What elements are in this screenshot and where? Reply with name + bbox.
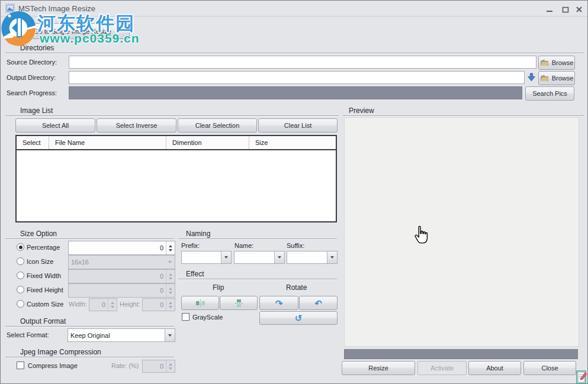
suffix-dropdown-arrow-icon[interactable] (327, 251, 337, 263)
folder-icon (540, 75, 549, 82)
prefix-dropdown[interactable] (181, 251, 232, 264)
select-all-label: Select All (42, 122, 69, 129)
fixed-height-spinner: 0 (68, 283, 175, 298)
app-icon (5, 4, 15, 13)
custom-size-radio[interactable] (17, 300, 24, 308)
directories-group-title: Directories (20, 44, 54, 52)
fixed-width-label: Fixed Width (27, 272, 61, 279)
image-list-group-title: Image List (20, 107, 53, 115)
percentage-radio[interactable] (17, 243, 24, 251)
percentage-spin-buttons[interactable] (166, 241, 175, 254)
resize-button[interactable]: Resize (342, 361, 415, 375)
percentage-spinner[interactable]: 0 (68, 241, 175, 255)
fixed-width-value: 0 (69, 270, 166, 283)
custom-width-spin-buttons (108, 299, 117, 311)
flip-vertical-icon (235, 299, 243, 308)
rotate-reset-button[interactable]: ↺ (259, 311, 338, 325)
size-option-group-line (5, 238, 174, 239)
go-to-single-label: Go to Single Image Resize (34, 28, 111, 35)
activate-label: Activate (430, 364, 454, 372)
output-directory-label: Output Directory: (7, 74, 56, 81)
column-header-select[interactable]: Select (17, 136, 49, 149)
custom-width-label: Width: (69, 301, 87, 308)
select-format-dropdown-arrow-icon[interactable] (165, 329, 175, 341)
compress-image-checkbox[interactable] (17, 362, 24, 369)
select-format-dropdown[interactable]: Keep Original (68, 328, 175, 342)
image-list-body[interactable] (17, 150, 336, 220)
image-list-header-row: Select File Name Dimention Size (17, 136, 336, 150)
grayscale-label: GrayScale (192, 314, 223, 321)
custom-size-label: Custom Size (27, 301, 63, 308)
select-inverse-button[interactable]: Select Inverse (97, 118, 176, 133)
rotate-label: Rotate (286, 283, 307, 292)
size-option-group-title: Size Option (20, 230, 57, 238)
name-label: Name: (234, 242, 253, 249)
minimize-button[interactable] (543, 5, 556, 14)
effect-group-line (178, 279, 337, 279)
rotate-reset-icon: ↺ (295, 314, 303, 322)
suffix-label: Suffix: (287, 242, 304, 249)
select-format-label: Select Format: (7, 331, 49, 338)
icon-size-radio[interactable] (17, 257, 24, 265)
custom-height-value: 0 (143, 299, 166, 311)
grayscale-checkbox[interactable] (182, 313, 189, 321)
clear-selection-button[interactable]: Clear Selection (178, 118, 257, 133)
column-header-dimention[interactable]: Dimention (166, 136, 249, 149)
about-button[interactable]: About (468, 361, 521, 375)
name-dropdown[interactable] (234, 251, 285, 264)
suffix-dropdown[interactable] (287, 251, 338, 264)
title-bar: MSTech Image Resize (1, 1, 587, 17)
close-dialog-button[interactable]: Close (523, 361, 576, 375)
maximize-button[interactable] (559, 5, 572, 14)
column-header-file-name[interactable]: File Name (49, 136, 166, 149)
select-all-button[interactable]: Select All (15, 118, 95, 133)
percentage-value: 0 (69, 241, 166, 254)
select-inverse-label: Select Inverse (116, 122, 158, 129)
compress-image-label: Compress Image (28, 362, 78, 369)
preview-area (344, 117, 579, 347)
copy-source-down-arrow-icon[interactable] (527, 73, 536, 82)
output-directory-input[interactable] (69, 71, 525, 84)
custom-height-label: Height: (120, 301, 140, 308)
percentage-label: Percentage (27, 244, 60, 251)
directories-group-line (5, 53, 584, 53)
search-pics-button[interactable]: Search Pics (525, 86, 574, 101)
prefix-label: Prefix: (181, 242, 200, 249)
close-dialog-label: Close (541, 364, 558, 372)
custom-width-spinner: 0 (89, 298, 117, 311)
notepad-tray-icon[interactable] (576, 370, 588, 384)
fixed-height-radio[interactable] (17, 286, 24, 293)
preview-group-title: Preview (349, 107, 374, 115)
about-label: About (486, 364, 503, 372)
custom-height-spinner: 0 (142, 298, 175, 311)
flip-vertical-button[interactable] (220, 296, 258, 310)
close-button[interactable] (573, 5, 586, 14)
search-progress-label: Search Progress: (7, 89, 57, 96)
image-list-group-line (5, 115, 339, 116)
image-list-table[interactable]: Select File Name Dimention Size (15, 135, 337, 222)
output-browse-button[interactable]: Browse (538, 71, 575, 85)
icon-size-dropdown-arrow-icon (165, 256, 175, 269)
naming-group-title: Naming (186, 230, 210, 238)
icon-size-label: Icon Size (27, 258, 53, 265)
output-format-group-title: Output Format (20, 317, 66, 325)
resize-progress-bar (344, 349, 578, 359)
rotate-counterclockwise-button[interactable]: ↶ (299, 296, 338, 310)
go-to-single-image-resize-button[interactable]: Go to Single Image Resize (15, 23, 130, 39)
rotate-clockwise-icon: ↷ (275, 299, 283, 308)
fixed-width-radio[interactable] (17, 272, 24, 279)
clear-list-button[interactable]: Clear List (258, 118, 338, 133)
folder-icon (540, 59, 549, 66)
name-dropdown-arrow-icon[interactable] (274, 251, 284, 263)
rotate-clockwise-button[interactable]: ↷ (259, 296, 298, 310)
source-browse-button[interactable]: Browse (538, 56, 575, 70)
source-directory-input[interactable] (69, 56, 536, 69)
prefix-dropdown-arrow-icon[interactable] (221, 251, 231, 263)
name-value (234, 251, 274, 263)
fixed-width-spin-buttons (166, 270, 175, 283)
column-header-size[interactable]: Size (249, 136, 336, 149)
flip-horizontal-button[interactable] (181, 296, 219, 310)
jpeg-compression-group-line (5, 357, 174, 357)
naming-group-line (178, 238, 337, 239)
flip-label: Flip (213, 283, 224, 292)
